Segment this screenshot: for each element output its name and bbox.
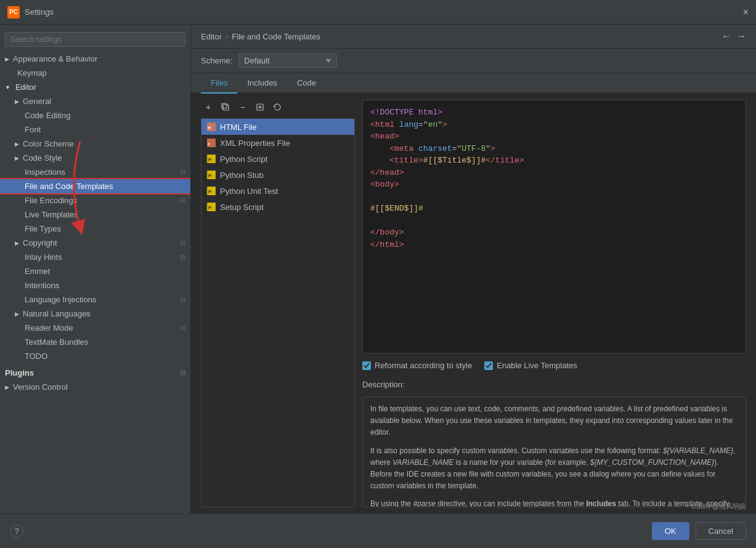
- reformat-checkbox-label[interactable]: Reformat according to style: [362, 361, 472, 370]
- sidebar-item-version-control[interactable]: ▶ Version Control: [0, 380, 190, 394]
- sidebar-item-color-scheme[interactable]: ▶ Color Scheme: [0, 137, 190, 151]
- title-bar: PC Settings ×: [0, 0, 756, 25]
- bottom-left: ?: [10, 525, 23, 538]
- reset-icon: [273, 103, 282, 111]
- code-line-11: </body>: [370, 227, 738, 239]
- code-line-7: <body>: [370, 179, 738, 191]
- svg-rect-1: [222, 103, 227, 108]
- description-p2: It is also possible to specify custom va…: [370, 445, 738, 493]
- svg-text:P: P: [208, 189, 212, 195]
- sidebar-item-emmet[interactable]: Emmet: [0, 264, 190, 278]
- ok-button[interactable]: OK: [652, 522, 689, 540]
- sidebar-item-textmate-bundles[interactable]: TextMate Bundles: [0, 335, 190, 349]
- desc-includes-tab: Includes: [586, 499, 616, 507]
- svg-text:P: P: [208, 173, 212, 179]
- add-button[interactable]: +: [201, 100, 216, 115]
- pin-icon-inlay-hints: ⊟: [180, 253, 185, 261]
- nav-forward-button[interactable]: →: [736, 31, 746, 42]
- duplicate-button[interactable]: [253, 100, 267, 115]
- file-list-toolbar: + −: [201, 100, 355, 115]
- python-icon-svg-2: P: [206, 170, 216, 180]
- live-templates-checkbox[interactable]: [484, 361, 493, 370]
- scheme-select[interactable]: Default Project: [238, 54, 337, 68]
- code-line-3: <head>: [370, 131, 738, 143]
- sidebar-item-copyright[interactable]: ▶ Copyright ⊟: [0, 236, 190, 250]
- pin-icon-plugins: ⊟: [180, 369, 185, 377]
- tab-includes[interactable]: Includes: [237, 73, 287, 94]
- desc-parse-directive: #parse: [413, 499, 436, 507]
- html-file-icon: H: [206, 122, 216, 132]
- code-line-5: <title>#[[$Title$]]#</title>: [370, 155, 738, 167]
- sidebar-item-editor[interactable]: ▼ Editor: [0, 80, 190, 94]
- reset-button[interactable]: [270, 100, 285, 115]
- sidebar-item-font[interactable]: Font: [0, 123, 190, 137]
- svg-rect-0: [223, 105, 229, 110]
- sidebar-item-file-encodings[interactable]: File Encodings ⊟: [0, 193, 190, 208]
- sidebar-item-code-editing[interactable]: Code Editing: [0, 108, 190, 123]
- sidebar: ▶ Appearance & Behavior Keymap ▼ Editor …: [0, 25, 191, 514]
- sidebar-item-appearance[interactable]: ▶ Appearance & Behavior: [0, 52, 190, 66]
- copy-icon: [221, 103, 230, 111]
- sidebar-item-todo[interactable]: TODO: [0, 349, 190, 363]
- options-bar: Reformat according to style Enable Live …: [362, 358, 746, 373]
- sidebar-item-live-templates[interactable]: Live Templates: [0, 208, 190, 222]
- sidebar-item-file-and-code-templates[interactable]: File and Code Templates: [0, 179, 190, 193]
- sidebar-item-general[interactable]: ▶ General: [0, 94, 190, 108]
- sidebar-item-plugins[interactable]: Plugins ⊟: [0, 363, 190, 380]
- code-line-8: [370, 191, 738, 203]
- watermark: CSDN @清风明皖: [691, 502, 746, 511]
- tab-files[interactable]: Files: [201, 73, 237, 94]
- svg-text:P: P: [208, 205, 212, 211]
- code-editor[interactable]: <!DOCTYPE html> <html lang="en"> <head> …: [362, 100, 746, 353]
- duplicate-icon: [256, 103, 264, 111]
- python-icon-svg-3: P: [206, 186, 216, 196]
- expand-arrow-color-scheme: ▶: [15, 141, 19, 147]
- sidebar-item-intentions[interactable]: Intentions: [0, 278, 190, 292]
- scheme-bar: Scheme: Default Project: [191, 49, 756, 73]
- python-script-icon: P: [206, 154, 216, 164]
- desc-var-format: ${VARIABLE_NAME}: [663, 446, 733, 455]
- file-item-html[interactable]: H HTML File: [201, 119, 354, 135]
- sidebar-item-natural-languages[interactable]: ▶ Natural Languages: [0, 307, 190, 321]
- file-item-setup-script[interactable]: P Setup Script: [201, 199, 354, 215]
- search-input[interactable]: [5, 32, 185, 47]
- desc-var-name: VARIABLE_NAME: [392, 458, 453, 467]
- expand-arrow-copyright: ▶: [15, 240, 19, 246]
- sidebar-item-reader-mode[interactable]: Reader Mode ⊟: [0, 321, 190, 335]
- svg-text:H: H: [208, 126, 211, 130]
- close-button[interactable]: ×: [743, 7, 749, 18]
- breadcrumb-nav: ← →: [721, 31, 746, 42]
- sidebar-item-code-style[interactable]: ▶ Code Style: [0, 151, 190, 165]
- file-item-python-stub[interactable]: P Python Stub: [201, 167, 354, 183]
- sidebar-item-keymap[interactable]: Keymap: [0, 66, 190, 80]
- html-icon-svg: H: [206, 122, 216, 132]
- remove-button[interactable]: −: [235, 100, 250, 115]
- expand-arrow-version-control: ▶: [5, 384, 9, 390]
- sidebar-item-inspections[interactable]: Inspections ⊟: [0, 165, 190, 179]
- code-panel: <!DOCTYPE html> <html lang="en"> <head> …: [362, 100, 746, 507]
- cancel-button[interactable]: Cancel: [696, 522, 746, 540]
- file-item-python-script[interactable]: P Python Script: [201, 151, 354, 167]
- code-line-6: </head>: [370, 167, 738, 179]
- help-button[interactable]: ?: [10, 525, 23, 538]
- file-item-xml[interactable]: X XML Properties File: [201, 135, 354, 151]
- code-line-9: #[[$END$]]#: [370, 203, 738, 215]
- description-p3: By using the #parse directive, you can i…: [370, 498, 738, 507]
- file-list: H HTML File X: [201, 118, 355, 507]
- sidebar-item-file-types[interactable]: File Types: [0, 222, 190, 236]
- tab-code[interactable]: Code: [287, 73, 326, 94]
- pin-icon-file-encodings: ⊟: [180, 196, 185, 204]
- sidebar-item-inlay-hints[interactable]: Inlay Hints ⊟: [0, 250, 190, 264]
- copy-button[interactable]: [218, 100, 233, 115]
- breadcrumb-parent[interactable]: Editor: [201, 32, 222, 41]
- live-templates-checkbox-label[interactable]: Enable Live Templates: [484, 361, 577, 370]
- reformat-checkbox[interactable]: [362, 361, 371, 370]
- code-line-4: <meta charset="UTF-8">: [370, 143, 738, 155]
- nav-back-button[interactable]: ←: [721, 31, 731, 42]
- title-bar-text: Settings: [25, 7, 54, 17]
- main-content: Editor › File and Code Templates ← → Sch…: [191, 25, 756, 514]
- file-item-python-unit-test[interactable]: P Python Unit Test: [201, 183, 354, 199]
- desc-var-example: ${MY_CUSTOM_FUNCTION_NAME}: [590, 458, 714, 467]
- expand-arrow-editor: ▼: [5, 84, 10, 91]
- sidebar-item-language-injections[interactable]: Language Injections ⊟: [0, 292, 190, 307]
